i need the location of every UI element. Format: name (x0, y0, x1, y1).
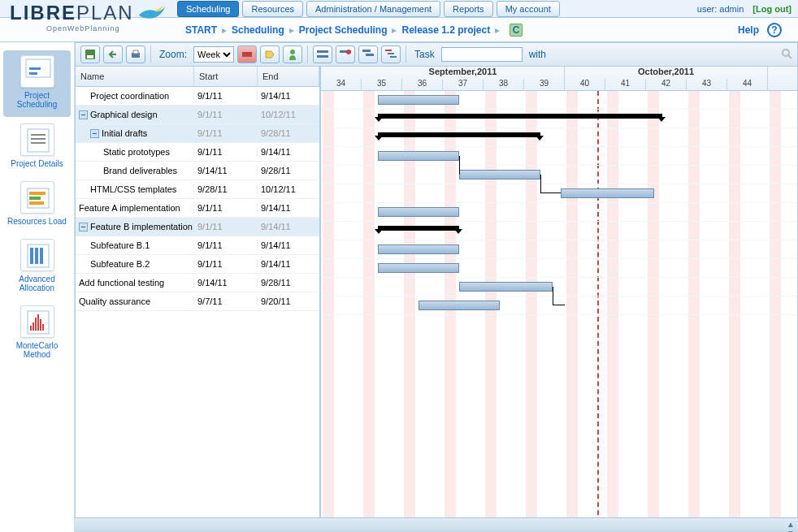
nav-tab-my-account[interactable]: My account (497, 1, 560, 17)
crumb-1[interactable]: Scheduling (232, 24, 284, 36)
user-info: user: admin [Log out] (697, 4, 791, 14)
logout-link[interactable]: [Log out] (752, 4, 791, 14)
nav-tab-resources[interactable]: Resources (242, 1, 303, 17)
nav-tab-reports[interactable]: Reports (444, 1, 493, 17)
nav-tab-administration-management[interactable]: Administration / Management (306, 1, 440, 17)
bird-icon (137, 2, 167, 24)
chevron-right-icon: ▸ (289, 24, 294, 36)
chevron-right-icon: ▸ (495, 24, 500, 36)
help-link[interactable]: Help ? (738, 23, 787, 37)
chevron-right-icon: ▸ (392, 24, 397, 36)
help-icon: ? (767, 23, 782, 37)
crumb-3[interactable]: Release 1.2 project (401, 24, 490, 36)
app-logo: LIBREPLAN OpenWebPlanning (10, 2, 167, 24)
criteria-badge[interactable]: C (510, 24, 523, 37)
crumb-2[interactable]: Project Scheduling (299, 24, 388, 36)
chevron-right-icon: ▸ (222, 24, 227, 36)
crumb-0[interactable]: START (185, 24, 217, 36)
nav-tab-scheduling[interactable]: Scheduling (177, 1, 239, 17)
